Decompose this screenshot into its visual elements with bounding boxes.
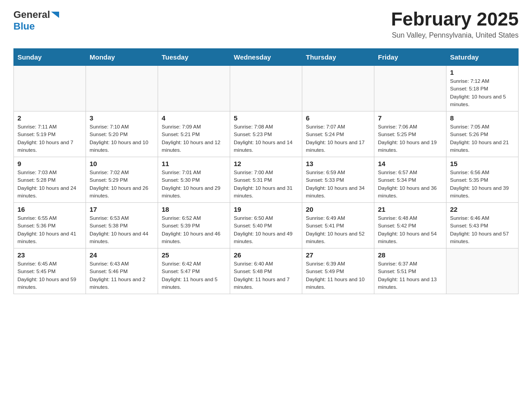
page-header: General Blue February 2025 Sun Valley, P…: [13, 9, 519, 39]
day-number: 17: [90, 206, 154, 213]
calendar-week-row: 16Sunrise: 6:55 AMSunset: 5:36 PMDayligh…: [14, 203, 519, 248]
day-number: 9: [17, 160, 82, 167]
calendar-week-row: 1Sunrise: 7:12 AMSunset: 5:18 PMDaylight…: [14, 66, 519, 111]
table-row: 15Sunrise: 6:56 AMSunset: 5:35 PMDayligh…: [446, 157, 519, 203]
day-info: Sunrise: 7:06 AMSunset: 5:25 PMDaylight:…: [378, 123, 442, 154]
table-row: 16Sunrise: 6:55 AMSunset: 5:36 PMDayligh…: [14, 203, 86, 248]
table-row: 5Sunrise: 7:08 AMSunset: 5:23 PMDaylight…: [230, 111, 302, 157]
svg-marker-0: [51, 12, 59, 18]
day-info: Sunrise: 6:40 AMSunset: 5:48 PMDaylight:…: [234, 260, 298, 291]
day-info: Sunrise: 6:46 AMSunset: 5:43 PMDaylight:…: [450, 214, 515, 245]
day-info: Sunrise: 6:39 AMSunset: 5:49 PMDaylight:…: [306, 260, 370, 291]
logo: General Blue: [13, 9, 61, 32]
day-info: Sunrise: 7:11 AMSunset: 5:19 PMDaylight:…: [17, 123, 82, 154]
day-info: Sunrise: 6:48 AMSunset: 5:42 PMDaylight:…: [378, 214, 442, 245]
day-number: 16: [17, 206, 82, 213]
day-number: 18: [162, 206, 226, 213]
table-row: [446, 248, 519, 294]
col-monday: Monday: [86, 49, 158, 66]
day-number: 14: [378, 160, 442, 167]
calendar-week-row: 23Sunrise: 6:45 AMSunset: 5:45 PMDayligh…: [14, 248, 519, 294]
title-block: February 2025 Sun Valley, Pennsylvania, …: [391, 9, 519, 39]
table-row: 23Sunrise: 6:45 AMSunset: 5:45 PMDayligh…: [14, 248, 86, 294]
day-number: 6: [306, 114, 370, 122]
table-row: 1Sunrise: 7:12 AMSunset: 5:18 PMDaylight…: [446, 66, 519, 111]
table-row: 11Sunrise: 7:01 AMSunset: 5:30 PMDayligh…: [158, 157, 230, 203]
day-number: 28: [378, 251, 442, 259]
day-info: Sunrise: 6:53 AMSunset: 5:38 PMDaylight:…: [90, 214, 154, 245]
day-number: 20: [306, 206, 370, 213]
table-row: [158, 66, 230, 111]
table-row: 14Sunrise: 6:57 AMSunset: 5:34 PMDayligh…: [374, 157, 446, 203]
table-row: 20Sunrise: 6:49 AMSunset: 5:41 PMDayligh…: [302, 203, 374, 248]
table-row: 18Sunrise: 6:52 AMSunset: 5:39 PMDayligh…: [158, 203, 230, 248]
table-row: 6Sunrise: 7:07 AMSunset: 5:24 PMDaylight…: [302, 111, 374, 157]
calendar-table: Sunday Monday Tuesday Wednesday Thursday…: [13, 48, 519, 294]
day-info: Sunrise: 7:09 AMSunset: 5:21 PMDaylight:…: [162, 123, 226, 154]
table-row: 7Sunrise: 7:06 AMSunset: 5:25 PMDaylight…: [374, 111, 446, 157]
col-sunday: Sunday: [14, 49, 86, 66]
day-info: Sunrise: 7:12 AMSunset: 5:18 PMDaylight:…: [450, 77, 515, 108]
table-row: 13Sunrise: 6:59 AMSunset: 5:33 PMDayligh…: [302, 157, 374, 203]
day-info: Sunrise: 6:42 AMSunset: 5:47 PMDaylight:…: [162, 260, 226, 291]
calendar-header-row: Sunday Monday Tuesday Wednesday Thursday…: [14, 49, 519, 66]
table-row: 19Sunrise: 6:50 AMSunset: 5:40 PMDayligh…: [230, 203, 302, 248]
day-info: Sunrise: 6:45 AMSunset: 5:45 PMDaylight:…: [17, 260, 82, 291]
day-info: Sunrise: 7:05 AMSunset: 5:26 PMDaylight:…: [450, 123, 515, 154]
day-number: 19: [234, 206, 298, 213]
col-friday: Friday: [374, 49, 446, 66]
day-number: 4: [162, 114, 226, 122]
table-row: [14, 66, 86, 111]
day-info: Sunrise: 6:57 AMSunset: 5:34 PMDaylight:…: [378, 169, 442, 200]
day-info: Sunrise: 6:55 AMSunset: 5:36 PMDaylight:…: [17, 214, 82, 245]
table-row: 12Sunrise: 7:00 AMSunset: 5:31 PMDayligh…: [230, 157, 302, 203]
calendar-week-row: 9Sunrise: 7:03 AMSunset: 5:28 PMDaylight…: [14, 157, 519, 203]
day-info: Sunrise: 6:37 AMSunset: 5:51 PMDaylight:…: [378, 260, 442, 291]
table-row: 26Sunrise: 6:40 AMSunset: 5:48 PMDayligh…: [230, 248, 302, 294]
table-row: 8Sunrise: 7:05 AMSunset: 5:26 PMDaylight…: [446, 111, 519, 157]
table-row: 3Sunrise: 7:10 AMSunset: 5:20 PMDaylight…: [86, 111, 158, 157]
logo-general-text: General: [13, 9, 50, 21]
day-info: Sunrise: 6:49 AMSunset: 5:41 PMDaylight:…: [306, 214, 370, 245]
table-row: 2Sunrise: 7:11 AMSunset: 5:19 PMDaylight…: [14, 111, 86, 157]
table-row: [374, 66, 446, 111]
page-subtitle: Sun Valley, Pennsylvania, United States: [391, 31, 519, 39]
logo-blue-text: Blue: [13, 21, 35, 32]
day-number: 26: [234, 251, 298, 259]
day-number: 24: [90, 251, 154, 259]
day-number: 21: [378, 206, 442, 213]
day-info: Sunrise: 6:56 AMSunset: 5:35 PMDaylight:…: [450, 169, 515, 200]
day-number: 10: [90, 160, 154, 167]
day-info: Sunrise: 7:02 AMSunset: 5:29 PMDaylight:…: [90, 169, 154, 200]
day-number: 5: [234, 114, 298, 122]
col-thursday: Thursday: [302, 49, 374, 66]
table-row: 9Sunrise: 7:03 AMSunset: 5:28 PMDaylight…: [14, 157, 86, 203]
day-info: Sunrise: 7:08 AMSunset: 5:23 PMDaylight:…: [234, 123, 298, 154]
day-info: Sunrise: 6:59 AMSunset: 5:33 PMDaylight:…: [306, 169, 370, 200]
day-number: 13: [306, 160, 370, 167]
calendar-week-row: 2Sunrise: 7:11 AMSunset: 5:19 PMDaylight…: [14, 111, 519, 157]
table-row: 4Sunrise: 7:09 AMSunset: 5:21 PMDaylight…: [158, 111, 230, 157]
table-row: 28Sunrise: 6:37 AMSunset: 5:51 PMDayligh…: [374, 248, 446, 294]
logo-triangle-icon: [51, 10, 61, 20]
day-number: 1: [450, 68, 515, 76]
col-wednesday: Wednesday: [230, 49, 302, 66]
table-row: 24Sunrise: 6:43 AMSunset: 5:46 PMDayligh…: [86, 248, 158, 294]
table-row: [86, 66, 158, 111]
table-row: 21Sunrise: 6:48 AMSunset: 5:42 PMDayligh…: [374, 203, 446, 248]
day-number: 2: [17, 114, 82, 122]
day-number: 12: [234, 160, 298, 167]
page-title: February 2025: [391, 9, 519, 30]
day-number: 23: [17, 251, 82, 259]
day-info: Sunrise: 6:43 AMSunset: 5:46 PMDaylight:…: [90, 260, 154, 291]
day-info: Sunrise: 7:10 AMSunset: 5:20 PMDaylight:…: [90, 123, 154, 154]
table-row: 25Sunrise: 6:42 AMSunset: 5:47 PMDayligh…: [158, 248, 230, 294]
table-row: [230, 66, 302, 111]
col-tuesday: Tuesday: [158, 49, 230, 66]
day-number: 7: [378, 114, 442, 122]
day-info: Sunrise: 6:52 AMSunset: 5:39 PMDaylight:…: [162, 214, 226, 245]
day-number: 15: [450, 160, 515, 167]
col-saturday: Saturday: [446, 49, 519, 66]
table-row: 27Sunrise: 6:39 AMSunset: 5:49 PMDayligh…: [302, 248, 374, 294]
day-number: 8: [450, 114, 515, 122]
